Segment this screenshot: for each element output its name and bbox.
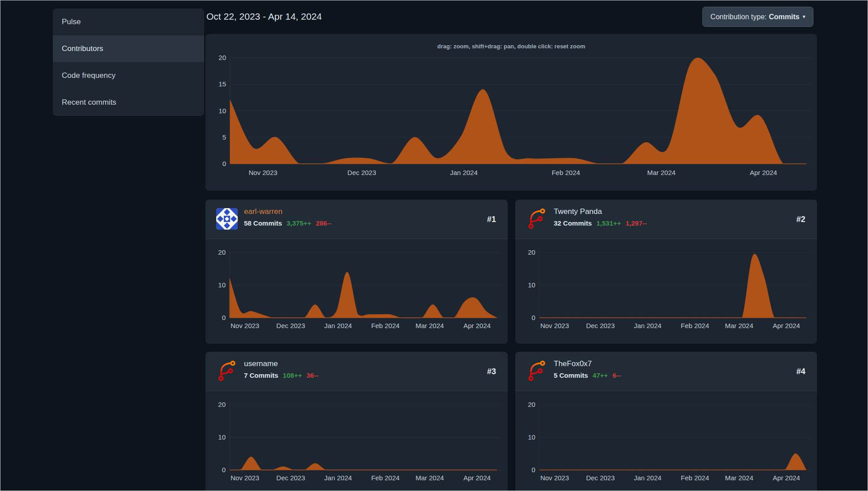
svg-text:10: 10 bbox=[218, 107, 226, 115]
activity-sidebar: Pulse Contributors Code frequency Recent… bbox=[53, 9, 204, 116]
contributor-rank-badge: #1 bbox=[487, 215, 496, 224]
sidebar-item-contributors[interactable]: Contributors bbox=[53, 35, 204, 62]
additions-count: 3,375++ bbox=[286, 219, 311, 227]
contributor-card: TheFox0x7 5 Commits 47++ 6-- #4 01020Nov… bbox=[515, 352, 817, 491]
contributor-name: username bbox=[244, 359, 278, 368]
contributor-rank-badge: #2 bbox=[796, 215, 805, 224]
svg-text:Mar 2024: Mar 2024 bbox=[415, 474, 444, 482]
svg-text:Mar 2024: Mar 2024 bbox=[415, 322, 444, 329]
svg-text:Apr 2024: Apr 2024 bbox=[773, 474, 800, 482]
contributor-chart[interactable]: 01020Nov 2023Dec 2023Jan 2024Feb 2024Mar… bbox=[515, 391, 817, 491]
svg-text:0: 0 bbox=[222, 466, 226, 474]
svg-text:5: 5 bbox=[222, 133, 226, 141]
svg-text:20: 20 bbox=[218, 248, 226, 256]
svg-text:Feb 2024: Feb 2024 bbox=[552, 169, 580, 176]
svg-text:0: 0 bbox=[532, 314, 535, 321]
commit-count: 7 Commits bbox=[244, 371, 278, 379]
forgejo-logo-avatar bbox=[216, 360, 238, 382]
commit-count: 58 Commits bbox=[244, 219, 282, 227]
contributor-stats: 5 Commits 47++ 6-- bbox=[554, 371, 621, 379]
contributor-card-header: earl-warren 58 Commits 3,375++ 286-- #1 bbox=[205, 200, 508, 239]
svg-text:Mar 2024: Mar 2024 bbox=[725, 322, 753, 329]
sidebar-item-pulse[interactable]: Pulse bbox=[53, 9, 204, 35]
contributor-stats: 58 Commits 3,375++ 286-- bbox=[244, 219, 331, 227]
svg-text:Jan 2024: Jan 2024 bbox=[634, 474, 662, 482]
identicon-avatar bbox=[216, 208, 238, 230]
contributor-card-header: Twenty Panda 32 Commits 1,531++ 1,297-- … bbox=[515, 200, 817, 239]
svg-text:Dec 2023: Dec 2023 bbox=[276, 322, 305, 329]
svg-text:Apr 2024: Apr 2024 bbox=[463, 474, 491, 482]
contributor-chart[interactable]: 01020Nov 2023Dec 2023Jan 2024Feb 2024Mar… bbox=[515, 239, 817, 344]
contributor-cards-grid: earl-warren 58 Commits 3,375++ 286-- #1 … bbox=[205, 200, 817, 491]
contribution-type-label: Contribution type: bbox=[710, 13, 766, 21]
deletions-count: 286-- bbox=[316, 219, 331, 227]
svg-text:Dec 2023: Dec 2023 bbox=[347, 169, 376, 176]
svg-text:Apr 2024: Apr 2024 bbox=[773, 322, 800, 329]
contributor-card: username 7 Commits 108++ 36-- #3 01020No… bbox=[205, 352, 508, 491]
svg-text:Nov 2023: Nov 2023 bbox=[248, 169, 277, 176]
deletions-count: 1,297-- bbox=[625, 219, 647, 227]
contribution-type-dropdown[interactable]: Contribution type: Commits ▾ bbox=[702, 7, 813, 27]
svg-text:0: 0 bbox=[222, 314, 226, 321]
commit-count: 5 Commits bbox=[554, 371, 588, 379]
additions-count: 108++ bbox=[283, 371, 302, 379]
contributor-card: Twenty Panda 32 Commits 1,531++ 1,297-- … bbox=[515, 200, 817, 344]
svg-text:10: 10 bbox=[218, 281, 226, 289]
svg-text:10: 10 bbox=[528, 433, 535, 441]
svg-text:Nov 2023: Nov 2023 bbox=[540, 322, 569, 329]
contributor-name: Twenty Panda bbox=[554, 207, 602, 216]
svg-text:Jan 2024: Jan 2024 bbox=[324, 322, 352, 329]
svg-text:Nov 2023: Nov 2023 bbox=[540, 474, 569, 482]
svg-text:10: 10 bbox=[528, 281, 535, 289]
svg-text:Jan 2024: Jan 2024 bbox=[324, 474, 352, 482]
contributors-page: Pulse Contributors Code frequency Recent… bbox=[0, 0, 868, 491]
svg-text:Dec 2023: Dec 2023 bbox=[276, 474, 305, 482]
contributor-card: earl-warren 58 Commits 3,375++ 286-- #1 … bbox=[205, 200, 508, 344]
svg-text:Dec 2023: Dec 2023 bbox=[586, 322, 615, 329]
contributor-name: TheFox0x7 bbox=[554, 359, 592, 368]
forgejo-logo-avatar bbox=[526, 360, 547, 382]
contribution-type-value: Commits bbox=[769, 13, 800, 21]
main-contributions-chart-card: drag: zoom, shift+drag: pan, double clic… bbox=[205, 34, 817, 191]
svg-text:Mar 2024: Mar 2024 bbox=[725, 474, 753, 482]
svg-text:Nov 2023: Nov 2023 bbox=[231, 322, 259, 329]
sidebar-item-recent-commits[interactable]: Recent commits bbox=[53, 89, 204, 116]
svg-text:Apr 2024: Apr 2024 bbox=[463, 322, 491, 329]
additions-count: 47++ bbox=[593, 371, 608, 379]
svg-text:Feb 2024: Feb 2024 bbox=[681, 474, 709, 482]
sidebar-item-code-frequency[interactable]: Code frequency bbox=[53, 62, 204, 89]
svg-text:Jan 2024: Jan 2024 bbox=[634, 322, 662, 329]
contributor-card-header: username 7 Commits 108++ 36-- #3 bbox=[205, 352, 508, 391]
svg-text:15: 15 bbox=[218, 80, 226, 88]
deletions-count: 36-- bbox=[307, 371, 319, 379]
contributor-card-header: TheFox0x7 5 Commits 47++ 6-- #4 bbox=[515, 352, 817, 391]
svg-text:Jan 2024: Jan 2024 bbox=[450, 169, 478, 176]
forgejo-logo-avatar bbox=[526, 208, 547, 230]
date-range-heading: Oct 22, 2023 - Apr 14, 2024 bbox=[206, 11, 322, 22]
svg-text:Feb 2024: Feb 2024 bbox=[681, 322, 709, 329]
svg-text:Feb 2024: Feb 2024 bbox=[371, 322, 399, 329]
svg-text:Feb 2024: Feb 2024 bbox=[371, 474, 399, 482]
contributor-stats: 32 Commits 1,531++ 1,297-- bbox=[554, 219, 647, 227]
main-contributions-chart[interactable]: 05101520Nov 2023Dec 2023Jan 2024Feb 2024… bbox=[205, 34, 817, 191]
svg-text:20: 20 bbox=[218, 54, 226, 61]
contributor-stats: 7 Commits 108++ 36-- bbox=[244, 371, 318, 379]
caret-down-icon: ▾ bbox=[803, 14, 805, 19]
svg-text:Nov 2023: Nov 2023 bbox=[231, 474, 259, 482]
svg-text:Dec 2023: Dec 2023 bbox=[586, 474, 615, 482]
svg-text:0: 0 bbox=[222, 160, 226, 167]
svg-text:20: 20 bbox=[218, 401, 226, 408]
svg-text:Apr 2024: Apr 2024 bbox=[750, 169, 777, 176]
svg-text:Mar 2024: Mar 2024 bbox=[647, 169, 676, 176]
svg-text:20: 20 bbox=[528, 401, 535, 408]
contributor-name[interactable]: earl-warren bbox=[244, 207, 282, 216]
svg-text:10: 10 bbox=[218, 433, 226, 441]
additions-count: 1,531++ bbox=[596, 219, 621, 227]
contributor-rank-badge: #3 bbox=[487, 367, 496, 376]
contributor-chart[interactable]: 01020Nov 2023Dec 2023Jan 2024Feb 2024Mar… bbox=[205, 239, 508, 344]
commit-count: 32 Commits bbox=[554, 219, 592, 227]
contributor-chart[interactable]: 01020Nov 2023Dec 2023Jan 2024Feb 2024Mar… bbox=[205, 391, 508, 491]
svg-text:0: 0 bbox=[532, 466, 535, 474]
svg-text:20: 20 bbox=[528, 248, 535, 256]
contributor-rank-badge: #4 bbox=[796, 367, 805, 376]
